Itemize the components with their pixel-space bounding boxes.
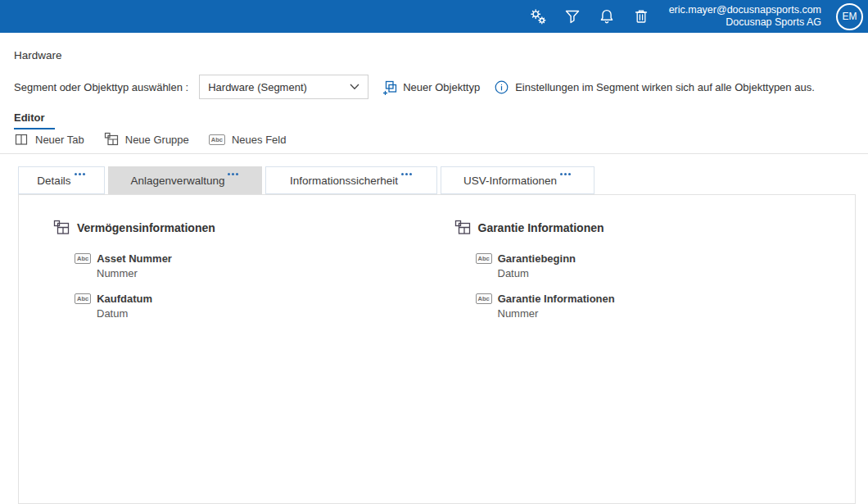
field-type: Datum	[498, 267, 856, 279]
field-name: Asset Nummer	[97, 252, 172, 265]
settings-gears-icon[interactable]	[530, 8, 546, 25]
editor-toolbar: Neuer Tab Neue Gruppe Abc Neues Feld	[14, 132, 286, 147]
tab-label: USV-Informationen	[463, 175, 557, 187]
group-title: Garantie Informationen	[478, 221, 604, 234]
tab-label: Anlagenverwaltung	[131, 175, 225, 187]
tab-informationssicherheit[interactable]: Informationssicherheit	[265, 166, 437, 194]
tab-more-options-icon[interactable]	[401, 172, 413, 177]
segment-select-label: Segment oder Objekttyp auswählen :	[14, 81, 188, 93]
new-field-label: Neues Feld	[232, 134, 286, 146]
segment-info-note: Einstellungen im Segment wirken sich auf…	[495, 80, 815, 94]
field-name: Kaufdatum	[97, 293, 152, 305]
tab-more-options-icon[interactable]	[560, 172, 572, 177]
field-abc-icon: Abc	[75, 293, 91, 304]
tab-label: Details	[37, 175, 70, 187]
new-group-button[interactable]: Neue Gruppe	[104, 132, 189, 147]
tab-more-options-icon[interactable]	[228, 172, 239, 177]
new-field-abc-icon: Abc	[209, 134, 225, 145]
field-abc-icon: Abc	[75, 253, 91, 264]
header-icon-group	[530, 8, 649, 25]
field-type: Nummer	[498, 307, 856, 320]
field-item[interactable]: Abc Kaufdatum Datum	[75, 293, 454, 320]
top-header-bar: eric.mayer@docusnapsports.com Docusnap S…	[0, 0, 868, 33]
new-field-button[interactable]: Abc Neues Feld	[209, 134, 287, 146]
chevron-down-icon	[350, 84, 359, 90]
tab-anlagenverwaltung[interactable]: Anlagenverwaltung	[108, 166, 262, 194]
group-garantie-informationen: Garantie Informationen Abc Garantiebegin…	[454, 220, 856, 320]
field-abc-icon: Abc	[476, 293, 492, 304]
editor-tab[interactable]: Editor	[14, 111, 55, 129]
field-abc-icon: Abc	[476, 253, 492, 264]
group-icon	[53, 220, 70, 236]
tab-details[interactable]: Details	[18, 166, 105, 194]
group-header[interactable]: Vermögensinformationen	[53, 220, 454, 236]
segment-dropdown[interactable]: Hardware (Segment)	[199, 75, 368, 99]
new-tab-label: Neuer Tab	[35, 134, 84, 146]
new-group-label: Neue Gruppe	[125, 134, 189, 146]
info-icon	[495, 80, 509, 94]
toolbar-divider	[0, 153, 868, 154]
content-panel: Vermögensinformationen Abc Asset Nummer …	[18, 194, 856, 504]
segment-selection-row: Segment oder Objekttyp auswählen : Hardw…	[14, 75, 815, 99]
field-type: Nummer	[97, 267, 454, 279]
form-tabs: Details Anlagenverwaltung Informationssi…	[18, 166, 594, 194]
user-company: Docusnap Sports AG	[669, 16, 821, 29]
field-name: Garantie Informationen	[498, 293, 615, 305]
group-header[interactable]: Garantie Informationen	[454, 220, 856, 236]
user-email: eric.mayer@docusnapsports.com	[669, 4, 821, 16]
user-account-info[interactable]: eric.mayer@docusnapsports.com Docusnap S…	[669, 4, 821, 29]
group-icon	[454, 220, 471, 236]
trash-icon[interactable]	[633, 8, 649, 25]
tab-label: Informationssicherheit	[290, 175, 398, 187]
field-item[interactable]: Abc Garantie Informationen Nummer	[476, 293, 856, 320]
field-item[interactable]: Abc Garantiebeginn Datum	[476, 252, 856, 279]
new-objecttype-button[interactable]: Neuer Objekttyp	[382, 79, 480, 95]
tab-usv-informationen[interactable]: USV-Informationen	[441, 166, 594, 194]
new-objecttype-label: Neuer Objekttyp	[403, 81, 480, 93]
new-tab-button[interactable]: Neuer Tab	[14, 132, 84, 147]
new-group-icon	[104, 132, 119, 147]
group-title: Vermögensinformationen	[77, 221, 215, 234]
filter-icon[interactable]	[564, 8, 581, 25]
tab-more-options-icon[interactable]	[75, 172, 86, 177]
field-name: Garantiebeginn	[498, 252, 576, 265]
segment-info-text: Einstellungen im Segment wirken sich auf…	[515, 81, 815, 93]
app-window: eric.mayer@docusnapsports.com Docusnap S…	[0, 0, 868, 504]
field-item[interactable]: Abc Asset Nummer Nummer	[75, 252, 454, 279]
segment-dropdown-value: Hardware (Segment)	[208, 81, 307, 93]
group-vermoegensinformationen: Vermögensinformationen Abc Asset Nummer …	[53, 220, 454, 320]
notifications-bell-icon[interactable]	[599, 8, 615, 25]
new-tab-icon	[14, 132, 29, 147]
avatar[interactable]: EM	[836, 3, 863, 30]
field-type: Datum	[97, 307, 454, 320]
new-objecttype-icon	[382, 79, 397, 95]
page-title: Hardware	[14, 49, 62, 61]
